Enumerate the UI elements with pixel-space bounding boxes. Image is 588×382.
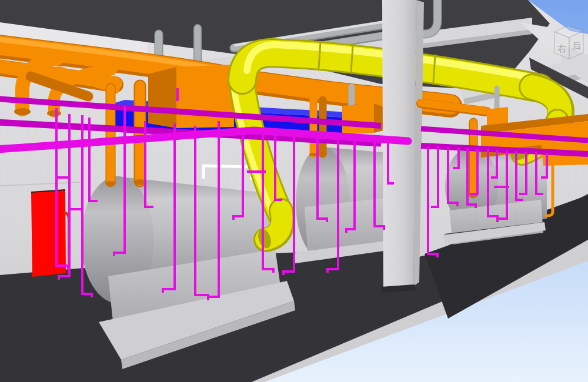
red-door[interactable] bbox=[31, 190, 66, 277]
orange-plenum-mid[interactable] bbox=[342, 103, 374, 134]
storage-tank-2[interactable] bbox=[293, 147, 396, 263]
view-cube-right-label[interactable]: 后 bbox=[572, 41, 581, 51]
red-door-group[interactable] bbox=[31, 190, 69, 277]
orange-plenum-large-front[interactable] bbox=[176, 65, 234, 128]
view-cube-left-label[interactable]: 右 bbox=[557, 43, 566, 54]
scene-canvas[interactable]: 右 后 bbox=[0, 0, 588, 382]
model-viewport[interactable]: 右 后 bbox=[0, 0, 588, 382]
view-cube[interactable]: 右 后 bbox=[554, 26, 583, 59]
orange-plenum-large[interactable] bbox=[148, 67, 176, 128]
